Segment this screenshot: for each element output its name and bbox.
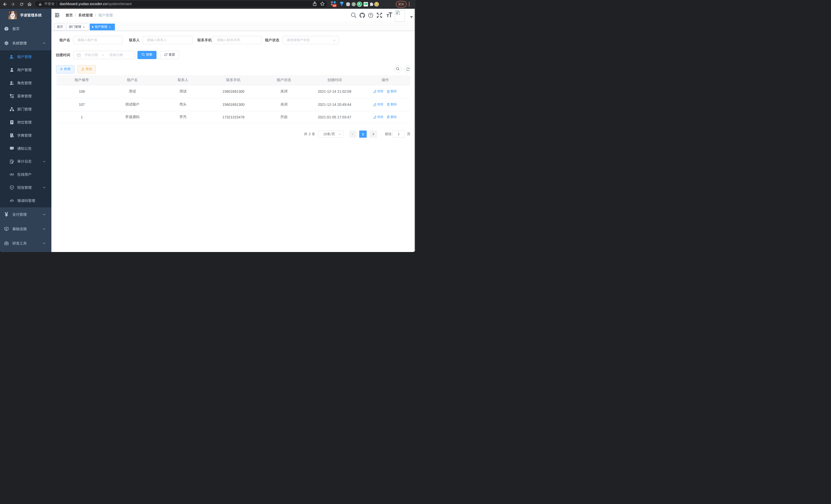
svg-text:?: ? [370,13,372,17]
svg-text:10: 10 [333,4,336,7]
svg-text:¥: ¥ [5,212,8,217]
